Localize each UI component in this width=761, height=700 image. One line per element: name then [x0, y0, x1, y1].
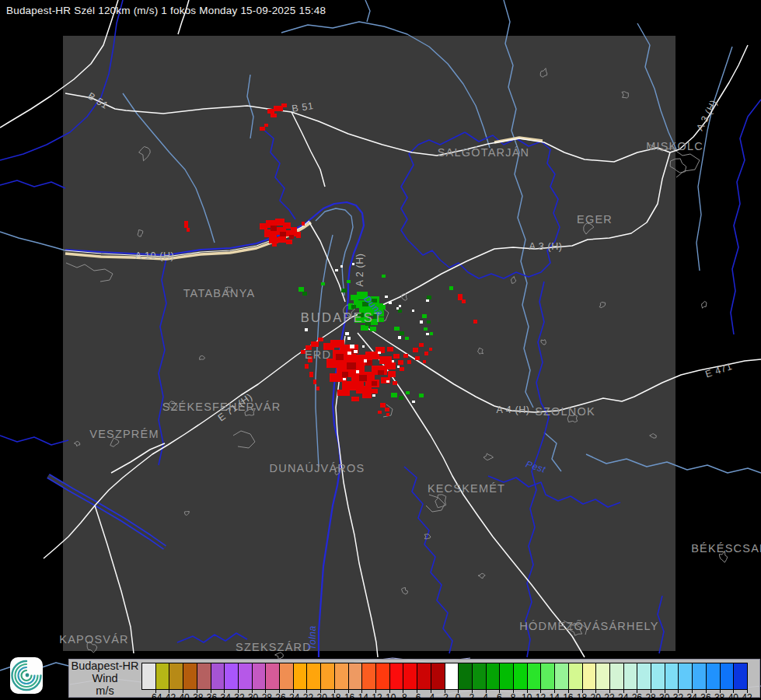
echo-bin [385, 408, 389, 411]
legend-color-box [720, 663, 735, 690]
legend-color-box [651, 663, 665, 690]
legend-color-box [403, 663, 417, 690]
legend-tick-label: 22 [604, 692, 614, 700]
echo-bin [378, 411, 382, 414]
city-label-salg-tarj-n: SALGÓTARJÁN [438, 146, 529, 159]
echo-bin [449, 286, 453, 290]
echo-bin [340, 265, 343, 268]
echo-bin [391, 393, 397, 397]
legend-tick-label: 40 [728, 692, 738, 700]
legend-color-box [665, 663, 679, 690]
echo-bin [398, 360, 403, 365]
echo-bin [403, 354, 408, 358]
legend-tick-label: 32 [673, 692, 683, 700]
legend-tick-label: 16 [563, 692, 573, 700]
city-label-veszpr-m: VESZPRÉM [89, 428, 159, 440]
legend-tick-label: -36 [204, 692, 217, 700]
echo-bin [269, 237, 278, 243]
echo-bin [362, 393, 372, 398]
echo-bin [393, 381, 397, 385]
echo-bin [272, 243, 277, 247]
echo-bin [424, 327, 428, 331]
city-label-tatab-nya: TATABÁNYA [183, 287, 256, 299]
area-label-tolna: Tolna [307, 625, 318, 649]
echo-bin [271, 114, 277, 117]
echo-bin [400, 367, 404, 371]
legend-color-box [733, 663, 748, 690]
echo-bin [347, 280, 351, 283]
echo-bin [400, 331, 404, 335]
echo-bin [399, 305, 401, 307]
echo-bin [347, 352, 351, 355]
radar-viewport: Budapest-HR Szél 120km (m/s) 1 fokos Mon… [0, 0, 761, 700]
city-label-h-dmez-v-s-rhely: HÓDMEZŐVÁSÁRHELY [519, 620, 658, 632]
echo-bin [337, 390, 350, 396]
legend-tick-label: 8 [511, 692, 516, 700]
echo-bin [378, 352, 381, 354]
legend-color-box [375, 663, 390, 690]
legend-tick-label: -32 [231, 692, 244, 700]
echo-bin [396, 307, 399, 310]
echo-bin [462, 299, 466, 303]
legend-tick-label: -8 [399, 692, 407, 700]
legend-color-box [637, 663, 651, 690]
legend-tick-label: -10 [382, 692, 396, 700]
echo-bin [399, 396, 403, 400]
legend-tick-label: -12 [368, 692, 382, 700]
legend-color-box [513, 663, 528, 690]
legend-color-box [540, 663, 555, 690]
echo-bin [345, 332, 349, 335]
echo-bin [420, 320, 423, 324]
echo-bin [351, 305, 356, 309]
echo-bin [398, 310, 402, 313]
echo-bin [359, 375, 367, 381]
road-label-a-4-h: A 4 (H) [496, 404, 529, 415]
echo-bin [394, 327, 400, 331]
legend-tick-label: -38 [190, 692, 203, 700]
legend-color-box [169, 663, 183, 690]
legend-tick-label: 38 [714, 692, 724, 700]
echo-bin [302, 222, 305, 226]
legend-color-box [306, 663, 321, 690]
echo-bin [393, 354, 400, 359]
echo-bin [305, 328, 308, 331]
echo-bin [398, 336, 401, 339]
echo-bin [392, 360, 394, 362]
echo-bin [356, 370, 359, 373]
legend-color-box [211, 663, 225, 690]
echo-bin [264, 124, 268, 127]
echo-bin [336, 354, 344, 360]
road-label-a-2-h: A 2 (H) [354, 253, 365, 286]
radar-coverage-area [63, 36, 675, 651]
city-label-miskolc: MISKOLC [646, 140, 703, 152]
legend-tick-label: 18 [577, 692, 587, 700]
legend-tick-label: 6 [497, 692, 502, 700]
legend-tick-label: 24 [618, 692, 628, 700]
legend-color-box [568, 663, 583, 690]
legend-tick-label: -6 [413, 692, 421, 700]
legend-color-box [706, 663, 721, 690]
echo-bin [281, 103, 287, 107]
legend-color-box [389, 663, 404, 690]
legend-tick-label: -18 [327, 692, 340, 700]
legend-color-box [197, 663, 211, 690]
echo-bin [372, 394, 375, 397]
echo-bin [298, 287, 304, 292]
echo-bin [386, 413, 389, 416]
echo-bin [350, 345, 354, 348]
legend-tick-label: 26 [632, 692, 642, 700]
legend-bar: Budapest-HR Wind m/s -64-42-40-38-36-34-… [0, 651, 761, 700]
legend-color-box [431, 663, 445, 690]
legend-color-box [609, 663, 624, 690]
echo-bin [260, 127, 265, 131]
echo-bin [347, 362, 356, 369]
legend-color-box [265, 663, 280, 690]
echo-bin [415, 356, 420, 360]
legend-color-box [692, 663, 707, 690]
echo-bin [405, 337, 409, 340]
echo-bin [280, 232, 286, 236]
echo-bin [335, 269, 338, 271]
echo-bin [351, 397, 359, 401]
legend-color-box [279, 663, 294, 690]
echo-bin [362, 345, 365, 348]
